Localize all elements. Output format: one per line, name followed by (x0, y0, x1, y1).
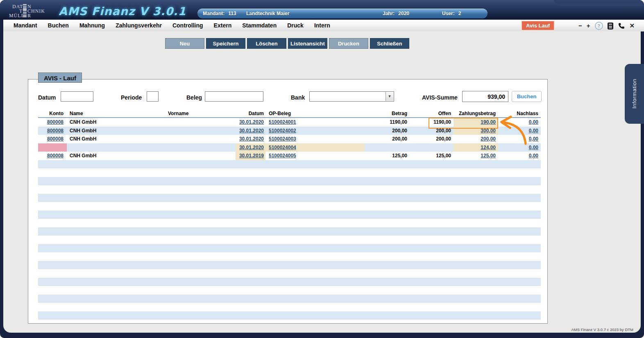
datum-input[interactable] (61, 91, 93, 102)
cell-op_beleg: 5100024004 (265, 143, 311, 152)
cell-betrag-empty (365, 143, 410, 152)
cell-name: CNH GmbH (67, 152, 166, 160)
active-module-badge: Avis Lauf (521, 20, 555, 31)
close-icon[interactable]: ✕ (630, 21, 635, 30)
menu-item-extern[interactable]: Extern (214, 22, 232, 29)
menu-item-zahlungsverkehr[interactable]: Zahlungsverkehr (116, 22, 162, 29)
table-row-empty (38, 244, 541, 253)
table-header: KontoNameVornameDatumOP-BelegBetragOffen… (38, 110, 541, 118)
table-row-empty (38, 194, 541, 202)
status-mandant: Mandant:113 (203, 9, 236, 18)
cell-link-zahlungsbetrag[interactable]: 200,00 (481, 136, 496, 142)
menu-item-druck[interactable]: Druck (287, 22, 304, 29)
maximize-icon[interactable]: + (587, 21, 590, 30)
table-row-empty (38, 236, 541, 244)
table-row-empty (38, 219, 541, 227)
cell-link-op_beleg[interactable]: 5100024002 (269, 128, 296, 134)
cell-name-empty (67, 143, 166, 152)
cell-link-datum[interactable]: 30.01.2020 (239, 128, 264, 134)
cell-link-nachlass[interactable]: 0,00 (529, 128, 538, 134)
cell-link-datum[interactable]: 30.01.2020 (239, 136, 264, 142)
cell-link-op_beleg[interactable]: 5100024003 (269, 136, 296, 142)
cell-link-datum[interactable]: 30.01.2020 (239, 145, 264, 150)
cell-link-nachlass[interactable]: 0,00 (529, 119, 538, 125)
periode-label: Periode (121, 93, 142, 102)
cell-offen: 125,00 (410, 152, 454, 160)
col-header-zahlungsbetrag: Zahlungsbetrag (454, 110, 498, 117)
avis-summe-input[interactable] (462, 91, 508, 102)
avis-summe-label: AVIS-Summe (422, 93, 458, 102)
toolbar: NeuSpeichernLöschenListenansichtDruckenS… (165, 38, 409, 49)
cell-konto: 800008 (38, 127, 67, 135)
cell-link-zahlungsbetrag[interactable]: 125,00 (481, 153, 496, 159)
cell-name: CNH GmbH (67, 127, 166, 135)
table-row-empty (38, 311, 541, 320)
table-row: 30.01.20205100024004124,000,00 (38, 143, 541, 152)
cell-link-nachlass[interactable]: 0,00 (529, 145, 538, 150)
beleg-input[interactable] (205, 91, 263, 102)
information-side-tab-label: Information (631, 79, 637, 109)
cell-link-konto[interactable]: 800008 (47, 153, 63, 159)
cell-link-konto[interactable]: 800008 (47, 136, 63, 142)
menu-item-controlling[interactable]: Controlling (172, 22, 203, 29)
cell-link-datum[interactable]: 30.01.2019 (239, 153, 264, 159)
cell-zahlungsbetrag: 125,00 (454, 152, 498, 160)
toolbar-button-löschen[interactable]: Löschen (247, 38, 286, 49)
toolbar-button-drucken[interactable]: Drucken (329, 38, 368, 49)
toolbar-button-speichern[interactable]: Speichern (206, 38, 245, 49)
menu-item-intern[interactable]: Intern (314, 22, 330, 29)
window-controls: − + ? ✕ (578, 21, 635, 30)
cell-link-nachlass[interactable]: 0,00 (529, 136, 538, 142)
table-row-empty (38, 295, 541, 303)
cell-gap2-empty (498, 152, 508, 160)
table-body: 800008CNH GmbH30.01.202051000240011190,0… (38, 118, 541, 320)
document-icon[interactable] (608, 23, 613, 29)
cell-gap-empty (311, 127, 365, 135)
col-header-betrag: Betrag (365, 110, 410, 117)
cell-gap-empty (311, 135, 365, 143)
cell-vorname-empty (166, 127, 236, 135)
cell-link-zahlungsbetrag[interactable]: 190,00 (481, 119, 496, 125)
cell-link-zahlungsbetrag[interactable]: 300,00 (481, 128, 496, 134)
help-icon[interactable]: ? (595, 22, 603, 30)
col-header-konto: Konto (38, 110, 67, 117)
cell-link-op_beleg[interactable]: 5100024001 (269, 119, 296, 125)
cell-link-nachlass[interactable]: 0,00 (529, 153, 538, 159)
cell-link-zahlungsbetrag[interactable]: 124,00 (481, 145, 496, 150)
cell-zahlungsbetrag: 300,00 (454, 127, 498, 135)
cell-vorname-empty (166, 152, 236, 160)
cell-link-konto[interactable]: 800008 (47, 119, 63, 125)
menu-item-stammdaten[interactable]: Stammdaten (242, 22, 277, 29)
datum-label: Datum (38, 93, 56, 102)
cell-name: CNH GmbH (67, 135, 166, 143)
minimize-icon[interactable]: − (578, 21, 582, 30)
menu-item-buchen[interactable]: Buchen (48, 22, 69, 29)
cell-link-datum[interactable]: 30.01.2020 (239, 119, 264, 125)
cell-link-konto[interactable]: 800008 (47, 128, 63, 134)
buchen-button[interactable]: Buchen (512, 91, 542, 102)
phone-icon[interactable] (618, 22, 625, 29)
cell-datum: 30.01.2020 (236, 143, 265, 152)
cell-link-op_beleg[interactable]: 5100024005 (269, 153, 296, 159)
toolbar-button-listenansicht[interactable]: Listenansicht (288, 38, 327, 49)
table-row: 800008CNH GmbH30.01.20205100024002200,00… (38, 127, 541, 135)
cell-link-op_beleg[interactable]: 5100024004 (269, 145, 296, 150)
periode-input[interactable] (147, 91, 159, 102)
table-row-empty (38, 227, 541, 236)
cell-betrag: 1190,00 (365, 118, 410, 127)
logo-text: MÜLL (9, 13, 25, 19)
cell-gap2-empty (498, 143, 508, 152)
cell-gap2-empty (498, 135, 508, 143)
information-side-tab[interactable]: Information (625, 64, 644, 124)
menu-item-mandant[interactable]: Mandant (14, 22, 37, 29)
cell-betrag: 200,00 (365, 135, 410, 143)
col-header-name: Name (67, 110, 166, 117)
table-row-empty (38, 286, 541, 295)
toolbar-button-neu[interactable]: Neu (165, 38, 204, 49)
toolbar-button-schließen[interactable]: Schließen (370, 38, 409, 49)
bank-select[interactable]: ▼ (309, 91, 394, 102)
cell-op_beleg: 5100024002 (265, 127, 311, 135)
col-header-datum: Datum (236, 110, 265, 117)
menu-item-mahnung[interactable]: Mahnung (79, 22, 105, 29)
chevron-down-icon[interactable]: ▼ (385, 92, 393, 101)
